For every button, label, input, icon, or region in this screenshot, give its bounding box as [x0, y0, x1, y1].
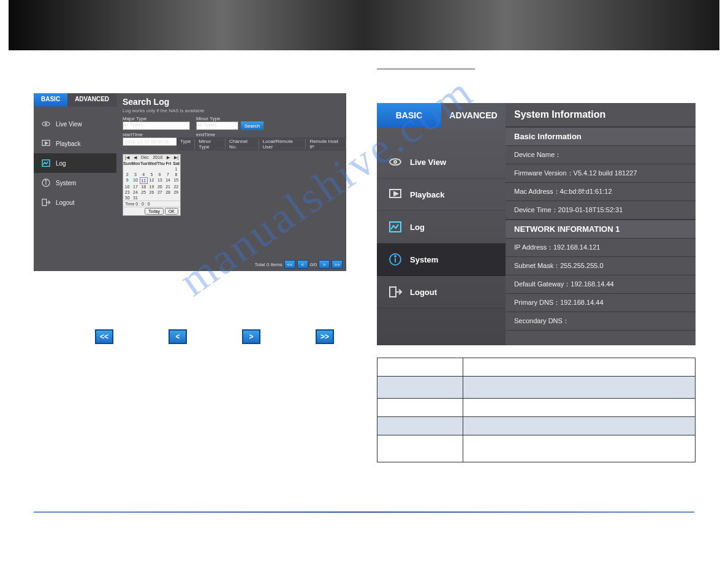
sidebar-item-label: System: [410, 255, 438, 264]
tab-basic[interactable]: BASIC: [377, 103, 441, 128]
ip-row: IP Address：192.168.14.121: [506, 239, 696, 257]
page-prev-button[interactable]: <: [297, 260, 308, 269]
cal-next-month[interactable]: ▶: [167, 155, 170, 160]
cal-prev-year[interactable]: |◀: [125, 155, 129, 160]
sidebar-item-label: Playback: [56, 140, 81, 147]
cal-ok-button[interactable]: OK: [165, 208, 178, 215]
sidebar-item-log[interactable]: Log: [34, 153, 116, 173]
minor-type-label: Minor Type: [196, 116, 264, 121]
major-type-select[interactable]: All Types: [123, 121, 190, 130]
subnet-row: Subnet Mask：255.255.255.0: [506, 257, 696, 275]
sidebar-item-playback[interactable]: Playback: [377, 178, 506, 211]
start-time-label: startTime: [123, 132, 190, 137]
dns1-row: Primary DNS：192.168.14.44: [506, 294, 696, 312]
sidebar-item-logout[interactable]: Logout: [377, 276, 506, 308]
system-info-app: BASIC ADVANCED Live View Playback Lo: [377, 103, 696, 345]
search-log-subtitle: Log works only if the NAS is available: [123, 108, 340, 113]
major-type-label: Major Type: [123, 116, 190, 121]
sidebar-item-system[interactable]: System: [34, 173, 116, 193]
cal-prev-month[interactable]: ◀: [134, 155, 137, 160]
page-indicator: 0/0: [310, 262, 317, 267]
gateway-row: Default Gateway：192.168.14.44: [506, 275, 696, 294]
search-log-title: Search Log: [123, 97, 340, 107]
log-table-header: TypeMinor TypeChannel No.Local/Remote Us…: [176, 137, 346, 151]
nav-prev-button[interactable]: <: [169, 329, 187, 344]
sidebar-item-system[interactable]: System: [377, 243, 506, 276]
info-icon: [388, 252, 403, 267]
page-first-button[interactable]: <<: [284, 260, 295, 269]
page-last-button[interactable]: >>: [332, 260, 343, 269]
svg-point-1: [45, 123, 47, 125]
cal-today-button[interactable]: Today: [145, 208, 164, 215]
eye-icon: [388, 155, 403, 169]
top-banner: [9, 0, 719, 50]
svg-marker-13: [394, 192, 398, 196]
firmware-row: Firmware Version：V5.4.12 build 181227: [506, 164, 696, 183]
nav-first-button[interactable]: <<: [95, 329, 113, 344]
log-icon: [41, 158, 51, 168]
device-name-row: Device Name：: [506, 146, 696, 164]
nav-last-button[interactable]: >>: [316, 329, 334, 344]
sidebar-item-label: Logout: [410, 288, 437, 297]
tab-advanced[interactable]: ADVANCED: [67, 93, 116, 107]
cal-next-year[interactable]: ▶|: [174, 155, 178, 160]
footer-divider: [34, 511, 694, 513]
sidebar-item-label: Logout: [56, 199, 75, 206]
sidebar-item-playback[interactable]: Playback: [34, 134, 116, 153]
logout-icon: [388, 285, 403, 299]
nav-next-button[interactable]: >: [242, 329, 260, 344]
sidebar-item-label: Log: [410, 223, 425, 232]
total-items: Total 0 Items: [255, 262, 282, 267]
page-next-button[interactable]: >: [319, 260, 330, 269]
tab-advanced[interactable]: ADVANCED: [441, 103, 506, 128]
sidebar-item-liveview[interactable]: Live View: [34, 114, 116, 134]
svg-rect-8: [42, 199, 47, 206]
logout-icon: [41, 197, 51, 207]
cal-dow-row: SunMonTueWedThuFriSat: [123, 161, 180, 166]
svg-point-11: [394, 161, 396, 163]
mac-row: Mac Address：4c:bd:8f:d1:61:12: [506, 183, 696, 201]
sidebar-item-label: Live View: [410, 158, 446, 167]
section-underline: [377, 69, 475, 69]
play-icon: [41, 139, 51, 148]
calendar-popup[interactable]: |◀ ◀ Dec 2018 ▶ ▶| SunMonTueWedThuFriSat…: [123, 154, 181, 216]
info-icon: [41, 178, 51, 188]
system-info-title: System Information: [506, 103, 696, 127]
sidebar-item-label: Log: [56, 160, 66, 167]
svg-point-7: [45, 180, 46, 181]
svg-point-10: [390, 159, 401, 165]
svg-rect-18: [390, 287, 396, 297]
tab-basic[interactable]: BASIC: [34, 93, 67, 107]
cal-year: 2018: [153, 155, 162, 160]
sidebar-item-label: System: [56, 180, 76, 186]
sidebar-item-liveview[interactable]: Live View: [377, 146, 506, 178]
sidebar-item-logout[interactable]: Logout: [34, 193, 116, 212]
svg-marker-3: [45, 142, 48, 144]
search-log-app: BASIC ADVANCED Live View Playback Log: [34, 93, 346, 271]
info-table: [377, 358, 696, 462]
device-time-row: Device Time：2019-01-18T15:52:31: [506, 201, 696, 220]
minor-type-select[interactable]: All Types: [196, 121, 238, 130]
play-icon: [388, 187, 403, 202]
sidebar-item-log[interactable]: Log: [377, 211, 506, 243]
sidebar-item-label: Live View: [56, 121, 82, 128]
start-time-input[interactable]: 2018-12-11 00:00:00▦: [123, 137, 184, 146]
dns2-row: Secondary DNS：: [506, 312, 696, 331]
basic-info-heading: Basic Information: [506, 127, 696, 146]
cal-month: Dec: [141, 155, 148, 160]
search-button[interactable]: Search: [241, 121, 264, 130]
svg-point-0: [42, 122, 50, 126]
svg-point-17: [395, 256, 396, 257]
cal-days-grid[interactable]: 1234567891011121314151617181920212223242…: [123, 166, 180, 201]
sidebar-item-label: Playback: [410, 190, 444, 199]
log-icon: [388, 220, 403, 234]
network-info-heading: NETWORK INFORMATION 1: [506, 220, 696, 239]
eye-icon: [41, 119, 51, 129]
